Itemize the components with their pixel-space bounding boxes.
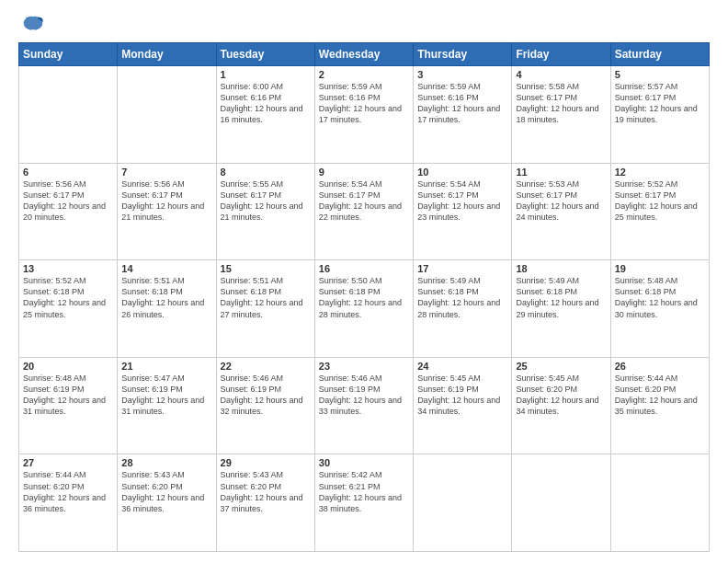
weekday-header-thursday: Thursday [414, 43, 512, 66]
day-info: Sunrise: 5:44 AM Sunset: 6:20 PM Dayligh… [615, 373, 705, 418]
day-info: Sunrise: 5:55 AM Sunset: 6:17 PM Dayligh… [221, 178, 311, 224]
day-cell: 10Sunrise: 5:54 AM Sunset: 6:17 PM Dayli… [414, 163, 512, 260]
day-cell: 13Sunrise: 5:52 AM Sunset: 6:18 PM Dayli… [19, 260, 118, 358]
day-cell: 28Sunrise: 5:43 AM Sunset: 6:20 PM Dayli… [118, 454, 216, 552]
day-cell: 1Sunrise: 6:00 AM Sunset: 6:16 PM Daylig… [216, 66, 314, 164]
day-number: 7 [121, 167, 211, 178]
day-cell: 27Sunrise: 5:44 AM Sunset: 6:20 PM Dayli… [19, 454, 118, 552]
day-info: Sunrise: 5:54 AM Sunset: 6:17 PM Dayligh… [417, 178, 507, 224]
day-cell: 26Sunrise: 5:44 AM Sunset: 6:20 PM Dayli… [610, 357, 709, 454]
day-cell: 24Sunrise: 5:45 AM Sunset: 6:19 PM Dayli… [414, 357, 512, 454]
weekday-header-row: SundayMondayTuesdayWednesdayThursdayFrid… [19, 43, 710, 66]
day-cell: 30Sunrise: 5:42 AM Sunset: 6:21 PM Dayli… [314, 454, 413, 552]
day-number: 19 [615, 263, 705, 274]
day-info: Sunrise: 5:51 AM Sunset: 6:18 PM Dayligh… [221, 275, 311, 320]
day-number: 18 [516, 263, 606, 274]
day-number: 21 [121, 361, 211, 372]
day-cell: 11Sunrise: 5:53 AM Sunset: 6:17 PM Dayli… [512, 163, 610, 260]
header [18, 15, 710, 33]
day-info: Sunrise: 5:47 AM Sunset: 6:19 PM Dayligh… [121, 373, 211, 418]
day-cell: 12Sunrise: 5:52 AM Sunset: 6:17 PM Dayli… [610, 163, 709, 260]
day-cell: 14Sunrise: 5:51 AM Sunset: 6:18 PM Dayli… [118, 260, 216, 358]
day-info: Sunrise: 5:56 AM Sunset: 6:17 PM Dayligh… [121, 178, 211, 224]
day-number: 9 [319, 167, 409, 178]
day-number: 30 [319, 457, 409, 468]
day-info: Sunrise: 5:49 AM Sunset: 6:18 PM Dayligh… [417, 275, 507, 320]
day-number: 24 [417, 361, 507, 372]
calendar-table: SundayMondayTuesdayWednesdayThursdayFrid… [18, 42, 710, 552]
weekday-header-sunday: Sunday [19, 43, 118, 66]
week-row-5: 27Sunrise: 5:44 AM Sunset: 6:20 PM Dayli… [19, 454, 710, 552]
day-info: Sunrise: 5:43 AM Sunset: 6:20 PM Dayligh… [121, 469, 211, 514]
day-info: Sunrise: 5:48 AM Sunset: 6:19 PM Dayligh… [23, 373, 113, 418]
day-info: Sunrise: 5:44 AM Sunset: 6:20 PM Dayligh… [23, 469, 113, 514]
day-number: 2 [319, 69, 409, 80]
day-number: 10 [417, 167, 507, 178]
day-number: 25 [516, 361, 606, 372]
day-number: 14 [121, 263, 211, 274]
day-cell: 19Sunrise: 5:48 AM Sunset: 6:18 PM Dayli… [610, 260, 709, 358]
day-number: 28 [121, 457, 211, 468]
day-cell [118, 66, 216, 164]
day-info: Sunrise: 5:53 AM Sunset: 6:17 PM Dayligh… [516, 178, 606, 224]
day-info: Sunrise: 5:46 AM Sunset: 6:19 PM Dayligh… [221, 373, 311, 418]
week-row-3: 13Sunrise: 5:52 AM Sunset: 6:18 PM Dayli… [19, 260, 710, 358]
day-number: 15 [221, 263, 311, 274]
day-cell: 17Sunrise: 5:49 AM Sunset: 6:18 PM Dayli… [414, 260, 512, 358]
day-info: Sunrise: 5:59 AM Sunset: 6:16 PM Dayligh… [417, 81, 507, 126]
day-number: 4 [516, 69, 606, 80]
day-number: 22 [221, 361, 311, 372]
day-number: 29 [221, 457, 311, 468]
day-info: Sunrise: 5:52 AM Sunset: 6:18 PM Dayligh… [23, 275, 113, 320]
logo-bird-icon [22, 15, 44, 33]
day-info: Sunrise: 5:43 AM Sunset: 6:20 PM Dayligh… [221, 469, 311, 514]
day-cell: 25Sunrise: 5:45 AM Sunset: 6:20 PM Dayli… [512, 357, 610, 454]
day-cell: 18Sunrise: 5:49 AM Sunset: 6:18 PM Dayli… [512, 260, 610, 358]
page: SundayMondayTuesdayWednesdayThursdayFrid… [0, 0, 728, 563]
day-number: 8 [221, 167, 311, 178]
day-number: 13 [23, 263, 113, 274]
day-number: 23 [319, 361, 409, 372]
day-info: Sunrise: 5:45 AM Sunset: 6:19 PM Dayligh… [417, 373, 507, 418]
day-cell [19, 66, 118, 164]
day-cell [512, 454, 610, 552]
weekday-header-wednesday: Wednesday [314, 43, 413, 66]
day-info: Sunrise: 5:49 AM Sunset: 6:18 PM Dayligh… [516, 275, 606, 320]
day-cell: 6Sunrise: 5:56 AM Sunset: 6:17 PM Daylig… [19, 163, 118, 260]
day-cell: 9Sunrise: 5:54 AM Sunset: 6:17 PM Daylig… [314, 163, 413, 260]
day-cell: 7Sunrise: 5:56 AM Sunset: 6:17 PM Daylig… [118, 163, 216, 260]
week-row-2: 6Sunrise: 5:56 AM Sunset: 6:17 PM Daylig… [19, 163, 710, 260]
day-number: 20 [23, 361, 113, 372]
day-cell [610, 454, 709, 552]
weekday-header-tuesday: Tuesday [216, 43, 314, 66]
day-cell: 23Sunrise: 5:46 AM Sunset: 6:19 PM Dayli… [314, 357, 413, 454]
day-number: 12 [615, 167, 705, 178]
day-info: Sunrise: 5:48 AM Sunset: 6:18 PM Dayligh… [615, 275, 705, 320]
day-cell: 5Sunrise: 5:57 AM Sunset: 6:17 PM Daylig… [610, 66, 709, 164]
day-cell: 16Sunrise: 5:50 AM Sunset: 6:18 PM Dayli… [314, 260, 413, 358]
day-info: Sunrise: 5:50 AM Sunset: 6:18 PM Dayligh… [319, 275, 409, 320]
week-row-1: 1Sunrise: 6:00 AM Sunset: 6:16 PM Daylig… [19, 66, 710, 164]
day-cell: 8Sunrise: 5:55 AM Sunset: 6:17 PM Daylig… [216, 163, 314, 260]
day-number: 5 [615, 69, 705, 80]
day-info: Sunrise: 5:58 AM Sunset: 6:17 PM Dayligh… [516, 81, 606, 126]
day-info: Sunrise: 5:52 AM Sunset: 6:17 PM Dayligh… [615, 178, 705, 224]
day-info: Sunrise: 5:54 AM Sunset: 6:17 PM Dayligh… [319, 178, 409, 224]
day-number: 17 [417, 263, 507, 274]
day-number: 16 [319, 263, 409, 274]
logo [18, 15, 46, 33]
day-cell: 22Sunrise: 5:46 AM Sunset: 6:19 PM Dayli… [216, 357, 314, 454]
day-cell: 15Sunrise: 5:51 AM Sunset: 6:18 PM Dayli… [216, 260, 314, 358]
weekday-header-friday: Friday [512, 43, 610, 66]
week-row-4: 20Sunrise: 5:48 AM Sunset: 6:19 PM Dayli… [19, 357, 710, 454]
day-info: Sunrise: 6:00 AM Sunset: 6:16 PM Dayligh… [221, 81, 311, 126]
day-info: Sunrise: 5:59 AM Sunset: 6:16 PM Dayligh… [319, 81, 409, 126]
day-info: Sunrise: 5:46 AM Sunset: 6:19 PM Dayligh… [319, 373, 409, 418]
day-cell: 2Sunrise: 5:59 AM Sunset: 6:16 PM Daylig… [314, 66, 413, 164]
day-number: 26 [615, 361, 705, 372]
day-cell [414, 454, 512, 552]
day-cell: 3Sunrise: 5:59 AM Sunset: 6:16 PM Daylig… [414, 66, 512, 164]
day-cell: 21Sunrise: 5:47 AM Sunset: 6:19 PM Dayli… [118, 357, 216, 454]
day-cell: 20Sunrise: 5:48 AM Sunset: 6:19 PM Dayli… [19, 357, 118, 454]
day-info: Sunrise: 5:42 AM Sunset: 6:21 PM Dayligh… [319, 469, 409, 514]
